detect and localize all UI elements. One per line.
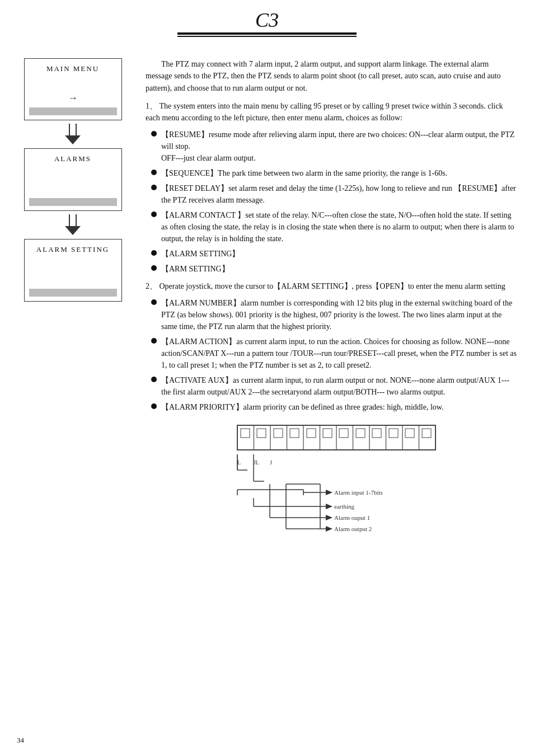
svg-text:L: L: [237, 459, 241, 466]
section2-intro: 2、 Operate joystick, move the cursor to【…: [146, 280, 517, 293]
list-item: 【RESET DELAY】set alarm reset and delay t…: [151, 182, 517, 206]
list-item: 【ACTIVATE AUX】as current alarm input, to…: [151, 374, 517, 398]
svg-text:Alarm output 2: Alarm output 2: [334, 525, 372, 532]
header-line-thin: [177, 36, 357, 37]
svg-text:JL: JL: [254, 459, 259, 466]
logo: C3: [255, 10, 279, 30]
svg-rect-19: [356, 429, 365, 438]
arrow-head-2: [65, 226, 81, 235]
list-item: 【RESUME】resume mode after relieving alar…: [151, 129, 517, 164]
svg-rect-20: [372, 429, 381, 438]
svg-marker-36: [326, 490, 332, 495]
bullet-text: 【ALARM NUMBER】alarm number is correspond…: [161, 297, 517, 332]
bullet-text: 【ACTIVATE AUX】as current alarm input, to…: [161, 374, 517, 398]
header-line-thick: [177, 32, 357, 35]
bullet-text: 【SEQUENCE】The park time between two alar…: [161, 167, 517, 179]
down-arrow-shape-2: [65, 214, 81, 235]
bullet-text: 【ALARM ACTION】as current alarm input, to…: [161, 336, 517, 371]
svg-rect-14: [274, 429, 283, 438]
list-item: 【ARM SETTING】: [151, 263, 517, 275]
arrow-shaft-1: [69, 124, 77, 136]
down-arrow-2: [24, 211, 122, 239]
svg-rect-23: [422, 429, 431, 438]
arrow-head-1: [65, 135, 81, 144]
intro-paragraph: The PTZ may connect with 7 alarm input, …: [146, 58, 517, 95]
page-header: C3: [0, 0, 534, 41]
alarm-setting-box: ALARM SETTING: [24, 239, 122, 302]
svg-text:earthing: earthing: [334, 503, 355, 510]
bullet-dot-icon: [151, 377, 157, 382]
svg-text:Alarm ouput 1: Alarm ouput 1: [334, 514, 370, 521]
bullet-text: 【ARM SETTING】: [161, 263, 517, 275]
bullet-list-1: 【RESUME】resume mode after relieving alar…: [146, 129, 517, 275]
svg-rect-21: [389, 429, 398, 438]
bracket-svg: L JL J Alarm input 1-7bits: [203, 453, 483, 537]
svg-rect-18: [339, 429, 348, 438]
bullet-dot-icon: [151, 338, 157, 344]
bullet-dot-icon: [151, 131, 157, 137]
svg-text:J: J: [270, 459, 272, 466]
bullet-text: 【ALARM CONTACT 】set state of the relay. …: [161, 209, 517, 245]
svg-text:Alarm input 1-7bits: Alarm input 1-7bits: [334, 489, 383, 496]
svg-rect-15: [290, 429, 299, 438]
bullet-dot-icon: [151, 185, 157, 190]
alarm-setting-title: ALARM SETTING: [29, 245, 117, 254]
svg-rect-22: [405, 429, 414, 438]
bullet-dot-icon: [151, 212, 157, 217]
list-item: 【ALARM ACTION】as current alarm input, to…: [151, 336, 517, 371]
bullet-dot-icon: [151, 299, 157, 305]
arrow-shaft-2: [69, 214, 77, 227]
main-menu-box: MAIN MENU →: [24, 58, 122, 120]
svg-rect-13: [257, 429, 266, 438]
list-item: 【ALARM CONTACT 】set state of the relay. …: [151, 209, 517, 245]
diagram-container: // drawn statically below: [203, 424, 483, 539]
section1-intro: 1、 The system enters into the main menu …: [146, 100, 517, 124]
right-arrow-icon: →: [68, 92, 78, 104]
alarms-box: ALARMS: [24, 148, 122, 211]
right-content-col: The PTZ may connect with 7 alarm input, …: [140, 53, 517, 539]
page-body: MAIN MENU → ALARMS: [0, 41, 534, 551]
list-item: 【ALARM NUMBER】alarm number is correspond…: [151, 297, 517, 332]
left-menu-col: MAIN MENU → ALARMS: [17, 53, 129, 539]
alarms-title: ALARMS: [29, 154, 117, 163]
bullet-list-2: 【ALARM NUMBER】alarm number is correspond…: [146, 297, 517, 413]
bullet-text: 【RESUME】resume mode after relieving alar…: [161, 129, 517, 164]
main-menu-title: MAIN MENU: [29, 64, 117, 73]
list-item: 【SEQUENCE】The park time between two alar…: [151, 167, 517, 179]
bullet-dot-icon: [151, 250, 157, 256]
down-arrow-1: [24, 120, 122, 148]
main-menu-arrow-row: →: [29, 89, 117, 105]
bullet-dot-icon: [151, 170, 157, 175]
list-item: 【ALARM PRIORITY】alarm priority can be de…: [151, 401, 517, 413]
bullet-text: 【RESET DELAY】set alarm reset and delay t…: [161, 182, 517, 206]
bullet-dot-icon: [151, 265, 157, 271]
alarm-setting-bar: [29, 289, 117, 297]
alarms-bar: [29, 198, 117, 206]
svg-rect-12: [241, 429, 250, 438]
bullet-text: 【ALARM PRIORITY】alarm priority can be de…: [161, 401, 517, 413]
bullet-text: 【ALARM SETTING】: [161, 248, 517, 260]
diagram-section: // drawn statically below: [146, 424, 517, 539]
svg-rect-17: [323, 429, 332, 438]
svg-marker-40: [326, 504, 332, 509]
page-number: 34: [17, 736, 24, 745]
svg-marker-44: [326, 515, 332, 520]
svg-marker-50: [326, 526, 332, 532]
list-item: 【ALARM SETTING】: [151, 248, 517, 260]
down-arrow-shape-1: [65, 124, 81, 144]
bullet-dot-icon: [151, 403, 157, 409]
main-menu-bar: [29, 107, 117, 115]
svg-rect-16: [307, 429, 316, 438]
plug-grid-svg: // drawn statically below: [236, 424, 438, 452]
